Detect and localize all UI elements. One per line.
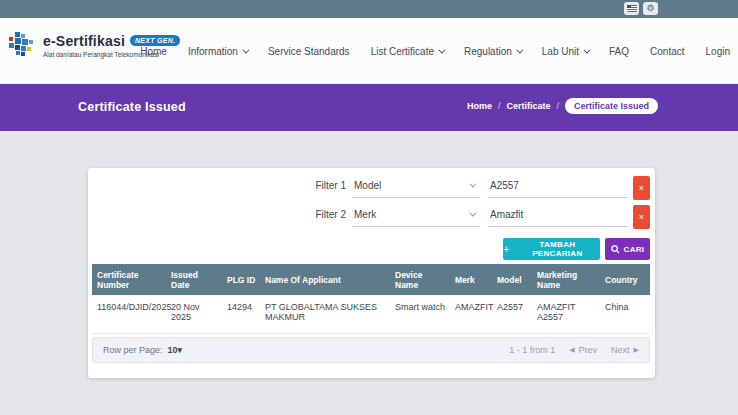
cell-marketing-name: AMAZFIT A2557: [532, 295, 600, 333]
breadcrumb-separator: /: [556, 101, 559, 111]
col-country: Country: [600, 264, 650, 295]
top-utility-bar: ⚙: [0, 0, 738, 18]
col-plg-id: PLG ID: [222, 264, 260, 295]
pagination-bar: Row per Page: 10▾ 1 - 1 from 1 ◀ Prev Ne…: [92, 337, 650, 363]
nav-item-faq[interactable]: FAQ: [609, 46, 629, 57]
gear-icon: ⚙: [646, 4, 654, 13]
pagination-controls: 1 - 1 from 1 ◀ Prev Next ▶: [509, 345, 639, 355]
topbar-actions: ⚙: [624, 2, 658, 15]
settings-button[interactable]: ⚙: [643, 2, 658, 15]
caret-down-icon: ▾: [178, 345, 183, 355]
table-header-row: Certificate Number Issued Date PLG ID Na…: [92, 264, 650, 295]
brand-mosaic-icon: [8, 31, 36, 59]
nav-item-service-standards[interactable]: Service Standards: [268, 46, 350, 57]
next-page-button[interactable]: Next ▶: [611, 345, 639, 355]
rows-per-page-select[interactable]: 10▾: [168, 345, 183, 355]
certificate-issued-card: Filter 1 Model × Filter 2 Merk × + TAMBA…: [88, 168, 655, 378]
filter-1-value-input[interactable]: [488, 176, 628, 198]
filter-2-field-select[interactable]: Merk: [352, 205, 480, 227]
cell-certificate-number: 116044/DJID/2025: [92, 295, 166, 333]
chevron-down-icon: [438, 46, 445, 53]
filter-2-clear-button[interactable]: ×: [633, 205, 650, 229]
nav-item-lab-unit[interactable]: Lab Unit: [542, 46, 588, 57]
chevron-down-icon: [516, 46, 523, 53]
table-row[interactable]: 116044/DJID/2025 20 Nov 2025 14294 PT GL…: [92, 295, 650, 333]
close-icon: ×: [639, 212, 644, 222]
cell-country: China: [600, 295, 650, 333]
cari-button[interactable]: CARI: [605, 238, 650, 260]
search-icon: [611, 245, 620, 254]
col-model: Model: [492, 264, 532, 295]
filter-1-field-select[interactable]: Model: [352, 176, 480, 198]
filter-2-field-value: Merk: [354, 209, 376, 220]
us-flag-icon: [627, 5, 637, 12]
breadcrumb-separator: /: [498, 101, 501, 111]
col-device-name: Device Name: [390, 264, 450, 295]
breadcrumb: Home / Certificate / Certificate Issued: [467, 98, 658, 114]
filter-1-field-value: Model: [354, 180, 381, 191]
prev-page-button[interactable]: ◀ Prev: [569, 345, 597, 355]
nav-item-login[interactable]: Login: [706, 46, 730, 57]
pagination-range: 1 - 1 from 1: [509, 345, 555, 355]
plus-icon: +: [503, 243, 510, 255]
breadcrumb-certificate[interactable]: Certificate: [506, 101, 550, 111]
tambah-pencarian-button[interactable]: + TAMBAH PENCARIAN: [503, 238, 600, 260]
filter-1-label: Filter 1: [286, 180, 346, 191]
cell-device-name: Smart watch: [390, 295, 450, 333]
breadcrumb-home[interactable]: Home: [467, 101, 492, 111]
breadcrumb-current: Certificate Issued: [565, 98, 658, 114]
close-icon: ×: [639, 183, 644, 193]
brand-title: e-Sertifikasi: [43, 33, 125, 49]
col-name-of-applicant: Name Of Applicant: [260, 264, 390, 295]
next-arrow-icon: ▶: [634, 346, 639, 354]
results-table: Certificate Number Issued Date PLG ID Na…: [92, 264, 650, 334]
rows-per-page: Row per Page: 10▾: [103, 345, 182, 355]
chevron-down-icon: [583, 46, 590, 53]
nav-items: Home Information Service Standards List …: [140, 18, 730, 84]
col-certificate-number: Certificate Number: [92, 264, 166, 295]
main-nav: e-Sertifikasi NEXT GEN. Alat dan/atau Pe…: [0, 18, 738, 84]
col-marketing-name: Marketing Name: [532, 264, 600, 295]
chevron-down-icon: [469, 209, 476, 216]
col-issued-date: Issued Date: [166, 264, 222, 295]
page-header: Certificate Issued Home / Certificate / …: [0, 84, 738, 131]
filter-2-value-input[interactable]: [488, 205, 628, 227]
nav-item-list-certificate[interactable]: List Certificate: [371, 46, 443, 57]
language-button[interactable]: [624, 2, 639, 15]
filter-1-clear-button[interactable]: ×: [633, 176, 650, 200]
nav-item-contact[interactable]: Contact: [650, 46, 684, 57]
chevron-down-icon: [469, 180, 476, 187]
prev-arrow-icon: ◀: [569, 346, 574, 354]
chevron-down-icon: [242, 46, 249, 53]
rows-per-page-label: Row per Page:: [103, 345, 163, 355]
page-title: Certificate Issued: [78, 100, 186, 114]
nav-item-home[interactable]: Home: [140, 46, 167, 57]
cell-model: A2557: [492, 295, 532, 333]
cell-merk: AMAZFIT: [450, 295, 492, 333]
nav-item-regulation[interactable]: Regulation: [464, 46, 521, 57]
nav-item-information[interactable]: Information: [188, 46, 247, 57]
col-merk: Merk: [450, 264, 492, 295]
filter-2-label: Filter 2: [286, 209, 346, 220]
cell-name-of-applicant: PT GLOBALTAMA SUKSES MAKMUR: [260, 295, 390, 333]
cell-plg-id: 14294: [222, 295, 260, 333]
cell-issued-date: 20 Nov 2025: [166, 295, 222, 333]
